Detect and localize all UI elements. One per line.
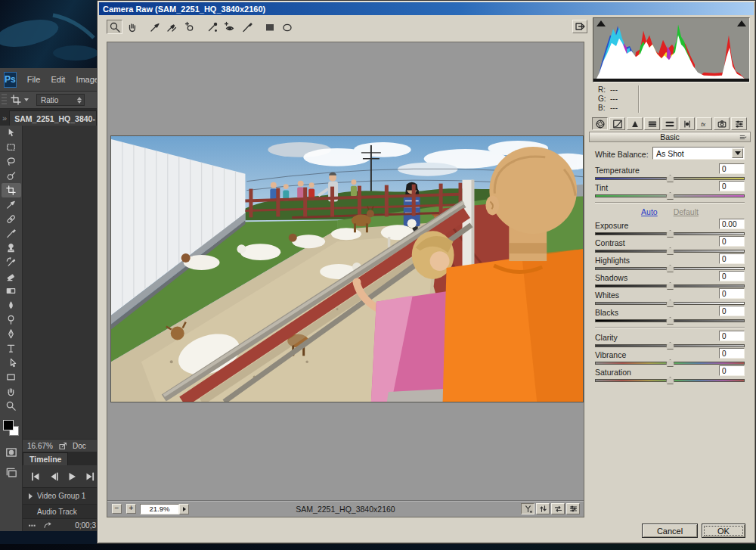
- tab-lens-corrections[interactable]: [679, 117, 695, 130]
- menu-edit[interactable]: Edit: [51, 75, 65, 84]
- highlight-clipping-warning-icon[interactable]: [737, 20, 746, 26]
- tool-horizontal-type[interactable]: [2, 341, 21, 356]
- tool-zoom[interactable]: [2, 399, 21, 413]
- go-to-first-frame-button[interactable]: [29, 471, 42, 483]
- loop-arrow-icon[interactable]: [42, 520, 53, 530]
- hand-tool[interactable]: [124, 20, 140, 34]
- whites-slider-track[interactable]: [595, 302, 745, 305]
- zoom-percentage[interactable]: 16.67%: [27, 442, 53, 450]
- zoom-level-menu-button[interactable]: [179, 504, 189, 514]
- slider-thumb[interactable]: [666, 317, 674, 325]
- tool-eyedropper[interactable]: [2, 197, 21, 212]
- photo-preview[interactable]: [110, 135, 584, 402]
- tool-dodge[interactable]: [2, 312, 21, 327]
- temperature-value-input[interactable]: [719, 163, 745, 174]
- exposure-slider-track[interactable]: [595, 232, 745, 235]
- tool-hand[interactable]: [2, 384, 21, 399]
- clarity-slider-track[interactable]: [595, 344, 745, 347]
- screen-mode-icon[interactable]: [5, 466, 18, 480]
- contrast-value-input[interactable]: [719, 236, 745, 247]
- slider-thumb[interactable]: [666, 282, 674, 290]
- tab-tone-curve[interactable]: [609, 117, 625, 130]
- shadows-slider-track[interactable]: [595, 284, 745, 287]
- tab-overflow-icon[interactable]: »: [2, 113, 7, 123]
- go-to-next-frame-button[interactable]: [83, 471, 97, 483]
- tool-spot-healing-brush[interactable]: [2, 212, 21, 226]
- tab-split-toning[interactable]: [662, 117, 677, 130]
- spot-removal-tool[interactable]: [204, 20, 220, 34]
- temperature-slider-track[interactable]: [595, 177, 745, 180]
- adjustment-brush-tool[interactable]: [239, 20, 255, 34]
- tool-brush[interactable]: [2, 226, 21, 241]
- zoom-in-button[interactable]: +: [126, 504, 136, 514]
- blacks-value-input[interactable]: [719, 306, 745, 316]
- dialog-title-bar[interactable]: Camera Raw (SAM_2251_HQ_3840x2160): [99, 2, 754, 15]
- white-balance-select[interactable]: As Shot: [652, 147, 745, 160]
- cancel-button[interactable]: Cancel: [642, 524, 698, 538]
- export-icon[interactable]: [57, 441, 68, 451]
- exposure-value-input[interactable]: [719, 219, 745, 229]
- tab-effects[interactable]: fx: [696, 117, 712, 130]
- tab-camera-calibration[interactable]: [714, 117, 730, 130]
- crop-tool-preset-icon[interactable]: [10, 94, 22, 106]
- graduated-filter-tool[interactable]: [262, 20, 277, 34]
- highlights-value-input[interactable]: [719, 253, 745, 264]
- audio-track-row[interactable]: Audio Track: [23, 505, 97, 519]
- auto-link[interactable]: Auto: [641, 207, 658, 216]
- red-eye-removal-tool[interactable]: [222, 20, 237, 34]
- slider-thumb[interactable]: [666, 192, 674, 200]
- tab-hsl-grayscale[interactable]: [644, 117, 660, 130]
- tool-path-selection[interactable]: [2, 356, 21, 370]
- vibrance-value-input[interactable]: [719, 348, 745, 359]
- vibrance-slider-track[interactable]: [595, 362, 745, 365]
- targeted-adjustment-tool[interactable]: [181, 20, 197, 34]
- slider-thumb[interactable]: [666, 175, 674, 182]
- video-track-row[interactable]: Video Group 1: [23, 488, 97, 505]
- tool-lasso[interactable]: [2, 154, 21, 169]
- open-preferences-icon[interactable]: [572, 20, 587, 33]
- zoom-tool[interactable]: [107, 20, 122, 34]
- tool-quick-selection[interactable]: [2, 169, 21, 183]
- document-tab[interactable]: SAM_2251_HQ_3840-: [9, 110, 97, 126]
- tint-value-input[interactable]: [719, 181, 745, 191]
- zoom-level-field[interactable]: 21.9%: [140, 504, 179, 514]
- slider-thumb[interactable]: [666, 230, 674, 238]
- zoom-out-button[interactable]: −: [112, 504, 122, 514]
- clarity-value-input[interactable]: [719, 331, 745, 341]
- foreground-color-swatch[interactable]: [3, 420, 14, 430]
- copy-settings-button[interactable]: [551, 503, 565, 514]
- tool-blur[interactable]: [2, 298, 21, 312]
- shadow-clipping-warning-icon[interactable]: [596, 20, 606, 26]
- tool-rectangular-marquee[interactable]: [2, 140, 21, 154]
- tool-crop[interactable]: [2, 183, 21, 197]
- quick-mask-icon[interactable]: [5, 446, 18, 459]
- slider-thumb[interactable]: [666, 359, 674, 367]
- color-sampler-tool[interactable]: [164, 20, 180, 34]
- tool-eraser[interactable]: [2, 269, 21, 284]
- preview-preferences-button[interactable]: [566, 503, 580, 514]
- frames-icon[interactable]: [27, 520, 38, 530]
- play-button[interactable]: [65, 471, 79, 483]
- slider-thumb[interactable]: [666, 265, 674, 272]
- tool-gradient[interactable]: [2, 284, 21, 298]
- menu-image[interactable]: Image: [76, 75, 99, 84]
- saturation-slider-track[interactable]: [595, 379, 745, 382]
- swap-before-after-button[interactable]: [536, 503, 550, 514]
- crop-ratio-select[interactable]: Ratio: [36, 94, 85, 106]
- shadows-value-input[interactable]: [719, 271, 745, 281]
- basic-panel-menu-icon[interactable]: [739, 133, 748, 141]
- slider-thumb[interactable]: [666, 300, 674, 307]
- tab-detail[interactable]: [627, 117, 643, 130]
- tool-history-brush[interactable]: [2, 255, 21, 269]
- whites-value-input[interactable]: [719, 288, 745, 299]
- highlights-slider-track[interactable]: [595, 267, 745, 270]
- combo-arrow-button[interactable]: [732, 148, 743, 158]
- menu-file[interactable]: File: [27, 75, 41, 84]
- saturation-value-input[interactable]: [719, 365, 745, 376]
- tab-presets[interactable]: [731, 117, 747, 130]
- contrast-slider-track[interactable]: [595, 250, 745, 253]
- default-link[interactable]: Default: [674, 207, 699, 216]
- slider-thumb[interactable]: [666, 377, 674, 384]
- tool-move[interactable]: [2, 126, 21, 140]
- slider-thumb[interactable]: [666, 247, 674, 255]
